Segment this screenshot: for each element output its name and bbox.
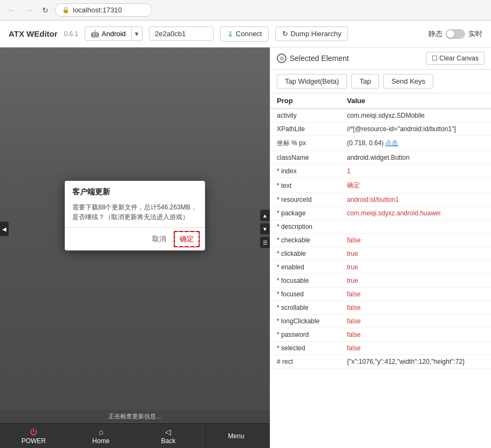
checkbox-icon: ☐: [432, 55, 438, 62]
prop-cell: * scrollable: [270, 301, 340, 315]
value-cell: false: [340, 301, 491, 315]
prop-cell: * focusable: [270, 274, 340, 288]
clear-canvas-button[interactable]: ☐ Clear Canvas: [426, 52, 485, 65]
value-cell: false: [340, 234, 491, 247]
table-row: * longClickablefalse: [270, 315, 491, 328]
left-panel: ◀ 客户端更新 需要下载88个更新文件，总计546.263MB，是否继续？（取消…: [0, 47, 270, 448]
realtime-toggle-group: 静态 实时: [428, 29, 482, 39]
screen-status: 正在检查更新信息...: [0, 410, 270, 423]
home-icon: ⌂: [99, 427, 103, 436]
value-cell: false: [340, 288, 491, 301]
url-bar[interactable]: 🔒 localhost:17310: [55, 3, 152, 17]
app-version: 0.6.1: [64, 30, 79, 38]
table-row: * selectedfalse: [270, 342, 491, 355]
back-icon: ◁: [165, 427, 171, 436]
back-button[interactable]: ◁ Back: [135, 424, 202, 448]
prop-cell: * package: [270, 207, 340, 220]
refresh-icon: ↻: [282, 30, 288, 38]
prop-cell: * resourceId: [270, 193, 340, 207]
power-button[interactable]: ⏻ POWER: [0, 424, 67, 448]
right-header: ⚙ Selected Element ☐ Clear Canvas: [270, 47, 491, 70]
table-row: * index1: [270, 165, 491, 178]
tap-button[interactable]: Tap: [351, 74, 379, 89]
dialog-box: 客户端更新 需要下载88个更新文件，总计546.263MB，是否继续？（取消更新…: [65, 181, 205, 250]
table-row: * passwordfalse: [270, 328, 491, 342]
app-header: ATX WEditor 0.6.1 🤖 Android ▾ ⇓ Connect …: [0, 21, 491, 47]
dialog-overlay: 客户端更新 需要下载88个更新文件，总计546.263MB，是否继续？（取消更新…: [0, 47, 270, 383]
android-icon: 🤖: [91, 30, 99, 38]
table-row: * focusabletrue: [270, 274, 491, 288]
device-id-input[interactable]: [149, 26, 214, 41]
table-row: * packagecom.meiqi.sdyxz.android.huawei: [270, 207, 491, 220]
value-column-header: Value: [340, 93, 491, 108]
prop-cell: XPathLite: [270, 123, 340, 136]
table-row: * checkablefalse: [270, 234, 491, 247]
lock-icon: 🔒: [62, 6, 70, 13]
value-cell: com.meiqi.sdyxz.android.huawei: [340, 207, 491, 220]
dump-hierarchy-button[interactable]: ↻ Dump Hierarchy: [275, 26, 348, 41]
url-text: localhost:17310: [73, 6, 122, 14]
prop-cell: * checkable: [270, 234, 340, 247]
table-row: # rect{"x":1076,"y":412,"width":120,"hei…: [270, 355, 491, 369]
table-row: * clickabletrue: [270, 247, 491, 261]
value-cell: [340, 220, 491, 234]
value-cell: com.meiqi.sdyxz.SDMobile: [340, 108, 491, 123]
value-cell: false: [340, 328, 491, 342]
device-screen: ◀ 客户端更新 需要下载88个更新文件，总计546.263MB，是否继续？（取消…: [0, 47, 270, 410]
value-cell: android.widget.Button: [340, 151, 491, 165]
value-cell: //*[@resource-id="android:id/button1"]: [340, 123, 491, 136]
dialog-cancel-button[interactable]: 取消: [145, 231, 174, 247]
value-cell: true: [340, 261, 491, 274]
table-row: XPathLite//*[@resource-id="android:id/bu…: [270, 123, 491, 136]
home-button[interactable]: ⌂ Home: [67, 424, 135, 448]
forward-nav-button[interactable]: →: [23, 4, 36, 16]
realtime-toggle[interactable]: [446, 29, 465, 39]
value-cell: 1: [340, 165, 491, 178]
send-keys-button[interactable]: Send Keys: [383, 74, 433, 89]
device-type-arrow[interactable]: ▾: [131, 27, 142, 40]
device-type-selector[interactable]: 🤖 Android ▾: [85, 26, 142, 41]
scroll-down-arrow[interactable]: ▼: [260, 223, 270, 235]
value-cell: (0.718, 0.64) 点击: [340, 136, 491, 151]
table-row: * scrollablefalse: [270, 301, 491, 315]
table-row: * resourceIdandroid:id/button1: [270, 193, 491, 207]
prop-column-header: Prop: [270, 93, 340, 108]
prop-cell: # rect: [270, 355, 340, 369]
table-row: * enabledtrue: [270, 261, 491, 274]
coordinates-link[interactable]: 点击: [385, 139, 398, 147]
value-cell: true: [340, 274, 491, 288]
value-cell: false: [340, 315, 491, 328]
table-row: * focusedfalse: [270, 288, 491, 301]
screen-content: ◀ 客户端更新 需要下载88个更新文件，总计546.263MB，是否继续？（取消…: [0, 47, 270, 410]
selected-element-title: ⚙ Selected Element: [277, 53, 349, 63]
refresh-nav-button[interactable]: ↻: [40, 5, 51, 16]
prop-cell: * password: [270, 328, 340, 342]
dialog-title: 客户端更新: [65, 181, 205, 200]
prop-cell: * longClickable: [270, 315, 340, 328]
prop-cell: * text: [270, 178, 340, 193]
prop-cell: * description: [270, 220, 340, 234]
action-buttons: Tap Widget(Beta) Tap Send Keys: [270, 70, 491, 93]
value-cell: true: [340, 247, 491, 261]
prop-cell: * selected: [270, 342, 340, 355]
dialog-confirm-button[interactable]: 确定: [174, 231, 200, 247]
prop-cell: 坐标 % px: [270, 136, 340, 151]
value-cell: android:id/button1: [340, 193, 491, 207]
prop-cell: className: [270, 151, 340, 165]
prop-cell: * focused: [270, 288, 340, 301]
menu-side-arrow[interactable]: ☰: [260, 237, 270, 248]
prop-cell: * enabled: [270, 261, 340, 274]
toggle-static-label: 静态: [428, 29, 442, 39]
right-side-arrows: ▲ ▼ ☰: [260, 210, 270, 248]
table-row: * text确定: [270, 178, 491, 193]
table-row: 坐标 % px(0.718, 0.64) 点击: [270, 136, 491, 151]
tap-widget-button[interactable]: Tap Widget(Beta): [277, 74, 347, 89]
settings-icon: ⚙: [277, 53, 287, 63]
prop-cell: activity: [270, 108, 340, 123]
menu-button[interactable]: Menu: [202, 424, 270, 448]
toggle-knob: [447, 30, 454, 38]
connect-icon: ⇓: [227, 30, 234, 38]
connect-button[interactable]: ⇓ Connect: [220, 26, 269, 42]
scroll-up-arrow[interactable]: ▲: [260, 210, 270, 221]
back-nav-button[interactable]: ←: [5, 4, 18, 16]
